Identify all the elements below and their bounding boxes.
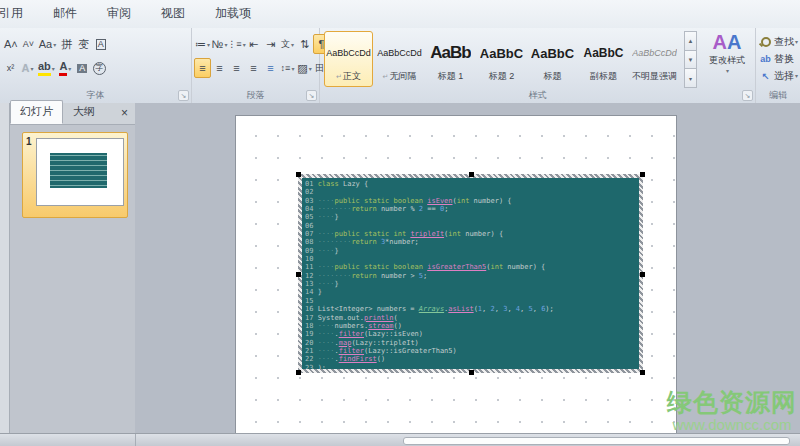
select-button[interactable]: ↖选择▾ (759, 67, 800, 84)
numbering-button[interactable]: №▾ (211, 34, 228, 54)
code-token: asList (448, 305, 473, 313)
align-right-button[interactable]: ≡ (228, 58, 245, 78)
paragraph-mark-icon: ↵ (336, 73, 342, 80)
style-item[interactable]: AaBbCcDd↵无间隔 (375, 31, 424, 87)
ribbon-tab[interactable]: 审阅 (92, 0, 146, 28)
horizontal-scrollbar-thumb[interactable] (403, 437, 790, 445)
style-item[interactable]: AaBbC标题 2 (477, 31, 526, 87)
asian-layout-button[interactable]: 文▾ (279, 34, 296, 54)
slide-thumbnail-page (36, 138, 124, 206)
text-effects-button[interactable]: A▾ (19, 58, 36, 78)
ribbon-tab[interactable]: 引用 (0, 0, 38, 28)
code-token: println (364, 314, 394, 322)
code-line: 14 } (305, 288, 639, 296)
code-block[interactable]: 01 class Lazy {02 03 ····public static b… (302, 178, 639, 369)
resize-handle[interactable] (296, 272, 301, 277)
editing-group-label: 编辑 (756, 89, 800, 102)
find-button[interactable]: 查找▾ (759, 33, 800, 50)
ribbon-tab[interactable]: 加载项 (200, 0, 266, 28)
find-label: 查找 (774, 35, 794, 49)
magnifier-icon (761, 37, 771, 47)
line-spacing-button[interactable]: ↕≡▾ (279, 58, 296, 78)
align-center-button[interactable]: ≡ (211, 58, 228, 78)
increase-indent-button[interactable]: ⇥ (262, 34, 279, 54)
style-label: 标题 (544, 70, 562, 83)
paragraph-dialog-launcher-icon[interactable]: ↘ (306, 90, 317, 101)
style-item[interactable]: AaBbCcDd不明显强调 (630, 31, 679, 87)
code-line: 15 (305, 297, 639, 305)
bullets-button[interactable]: ≔▾ (194, 34, 211, 54)
style-item[interactable]: AaBbC标题 (528, 31, 577, 87)
gallery-more-button[interactable]: ▾ (684, 68, 697, 88)
font-dialog-launcher-icon[interactable]: ↘ (178, 90, 189, 101)
code-token: ; (423, 272, 427, 280)
code-token: stream (368, 322, 393, 330)
resize-handle[interactable] (296, 172, 301, 177)
phonetic-guide-button[interactable]: 拼 (58, 34, 75, 54)
font-color-button[interactable]: A▾ (57, 58, 74, 78)
distributed-button[interactable]: ≡ (262, 58, 279, 78)
shading-icon: ▨ (297, 63, 307, 74)
code-token: number) { (503, 263, 545, 271)
sidebar-tab[interactable]: 大纲 (63, 100, 105, 124)
gallery-scroll-up-button[interactable]: ▲ (684, 31, 697, 51)
code-line: 10 (305, 255, 639, 263)
code-line: 22 ····.findFirst() (305, 355, 639, 363)
style-label: ↵无间隔 (383, 70, 417, 83)
code-token: } (318, 288, 322, 296)
paragraph-group-label: 段落 (192, 89, 319, 102)
text-highlight-color-button[interactable]: ab▾ (36, 58, 57, 78)
replace-button[interactable]: ab替换 (759, 50, 800, 67)
code-token: 11 (305, 263, 318, 271)
character-shading-button[interactable]: A (74, 58, 91, 78)
code-textbox-object[interactable]: 01 class Lazy {02 03 ····public static b… (298, 174, 643, 373)
resize-handle[interactable] (640, 272, 645, 277)
multilevel-list-button[interactable]: ⋮≡▾ (228, 34, 245, 54)
change-styles-button[interactable]: AA 更改样式 ▾ (702, 31, 752, 95)
ribbon-tab[interactable]: 邮件 (38, 0, 92, 28)
resize-handle[interactable] (469, 172, 474, 177)
style-item[interactable]: AaBbCcDd↵正文 (324, 31, 373, 87)
code-token: , (482, 305, 490, 313)
slide-editing-canvas[interactable]: 01 class Lazy {02 03 ····public static b… (135, 103, 800, 433)
shrink-font-button[interactable]: A˅ (20, 34, 37, 54)
resize-handle[interactable] (296, 370, 301, 375)
styles-dialog-launcher-icon[interactable]: ↘ (742, 90, 753, 101)
align-center-icon: ≡ (216, 63, 222, 74)
code-token: public static int (335, 230, 411, 238)
sort-button[interactable]: ⇅ (296, 34, 313, 54)
font-group: A˄A˅Aa▾拼变A x²A▾ab▾A▾A字 字体 ↘ (0, 28, 192, 103)
sidebar-tab[interactable]: 幻灯片 (10, 100, 63, 124)
code-line: 03 ····public static boolean isEven(int … (305, 197, 639, 205)
styles-group: AaBbCcDd↵正文AaBbCcDd↵无间隔AaBb标题 1AaBbC标题 2… (320, 28, 756, 103)
slide[interactable]: 01 class Lazy {02 03 ····public static b… (235, 115, 677, 433)
phonetic-guide-icon: 拼 (61, 39, 72, 50)
style-preview: AaBb (430, 36, 470, 70)
resize-handle[interactable] (640, 370, 645, 375)
resize-handle[interactable] (640, 172, 645, 177)
grow-font-button[interactable]: A˄ (2, 34, 20, 54)
chinese-conversion-button[interactable]: 变 (75, 34, 92, 54)
ribbon-tab[interactable]: 视图 (146, 0, 200, 28)
close-icon[interactable]: × (114, 105, 135, 124)
code-line: 04 ········return number % 2 == 0; (305, 205, 639, 213)
change-case-button[interactable]: Aa▾ (37, 34, 58, 54)
shading-button[interactable]: ▨▾ (296, 58, 313, 78)
decrease-indent-button[interactable]: ⇤ (245, 34, 262, 54)
superscript-button[interactable]: x² (2, 58, 19, 78)
style-preview: AaBbC (583, 36, 623, 70)
slide-thumbnail-selected[interactable]: 1 (22, 132, 128, 218)
gallery-scroll-down-button[interactable]: ▼ (684, 50, 697, 70)
justify-button[interactable]: ≡ (245, 58, 262, 78)
align-left-button[interactable]: ≡ (194, 58, 211, 78)
enclose-characters-button[interactable]: 字 (91, 58, 108, 78)
code-token: return (351, 272, 376, 280)
style-label: 不明显强调 (632, 70, 677, 83)
code-token: return (351, 238, 376, 246)
style-item[interactable]: AaBbC副标题 (579, 31, 628, 87)
code-token: ···· (318, 339, 335, 347)
code-token: ); (545, 305, 553, 313)
resize-handle[interactable] (469, 370, 474, 375)
style-item[interactable]: AaBb标题 1 (426, 31, 475, 87)
character-border-button[interactable]: A (92, 34, 109, 54)
